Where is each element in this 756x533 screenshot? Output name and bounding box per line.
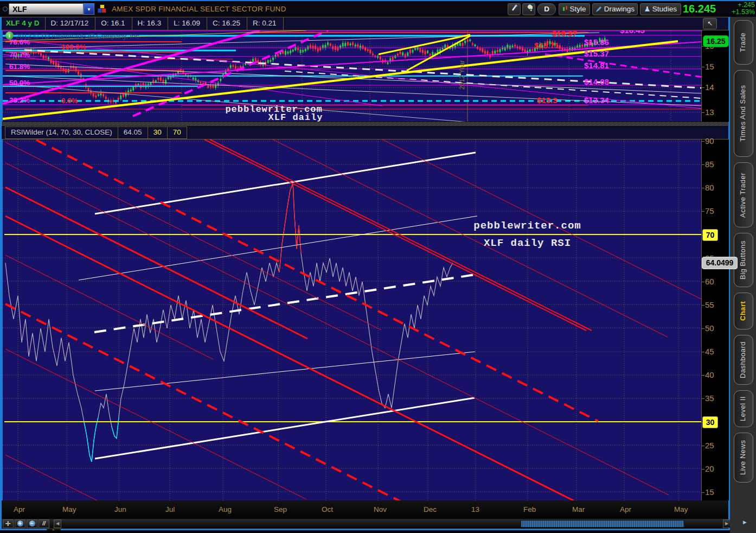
pan-tool-button[interactable]: ✛ <box>3 519 14 528</box>
rsi-axis-label: 25 <box>705 441 714 450</box>
price-axis-label: 14 <box>705 83 714 92</box>
time-axis[interactable]: AprMayJunJulAugSepOctNovDec13FebMarAprMa… <box>2 500 728 519</box>
ohlc-cell: L: 16.09 <box>168 17 207 30</box>
link-square-red <box>101 8 106 13</box>
fib-level-label: 70.7% <box>9 50 30 59</box>
rsi-study-value: 64.05 <box>118 126 148 139</box>
rsi-axis-label: 45 <box>705 347 714 356</box>
sidebar-tab-times-and-sales[interactable]: Times And Sales <box>734 70 753 157</box>
scroll-left-button[interactable]: ◀ <box>54 519 61 528</box>
fib-level-label: 38.2% <box>9 96 30 104</box>
zoom-in-button[interactable]: + <box>15 519 25 528</box>
candlestick-icon <box>563 6 568 12</box>
symbol-input[interactable]: XLF <box>9 3 84 15</box>
link-color-icon[interactable] <box>98 4 107 14</box>
month-label: 13 <box>471 505 479 513</box>
studies-button[interactable]: Studies <box>640 3 681 15</box>
month-label: May <box>674 505 688 513</box>
zoom-out-icon: − <box>29 521 35 526</box>
rsi-axis-label: 90 <box>705 136 714 145</box>
settings-button[interactable] <box>522 3 535 15</box>
fib-level-label: 100.0% <box>61 43 86 51</box>
quick-chart-button[interactable] <box>508 3 521 15</box>
price-level-label: $15.71 <box>534 41 559 50</box>
scroll-right-button[interactable]: ▶ <box>723 519 731 528</box>
price-axis-label: 13 <box>705 107 714 117</box>
symbol-dropdown-button[interactable]: ▼ <box>84 3 94 15</box>
ohlc-cell: H: 16.3 <box>132 17 169 30</box>
studies-button-label: Studies <box>652 5 677 13</box>
rsi-axis-label: 75 <box>705 206 714 215</box>
ohlc-cell: O: 16.1 <box>95 17 132 30</box>
rsi-chart-panel[interactable]: pebblewriter.com XLF daily RSI <box>2 139 702 500</box>
sidebar-tab-active-trader[interactable]: Active Trader <box>734 162 753 227</box>
dropper-icon <box>510 4 518 11</box>
sidebar-tab-dashboard[interactable]: Dashboard <box>734 335 753 385</box>
ohlc-cell: C: 16.25 <box>207 17 247 30</box>
price-level-label: $16.45 <box>620 30 645 35</box>
rsi-study-header: RSIWilder (14, 70, 30, CLOSE) 64.05 30 7… <box>2 126 728 139</box>
bottom-toolbar: ✛ + − // ◀ ▶ ◀▶ <box>2 519 728 529</box>
sidebar-tab-trade[interactable]: Trade <box>734 20 753 65</box>
month-label: Jun <box>114 505 126 513</box>
rsi-overbought-badge: 70 <box>702 229 718 241</box>
drawing-tool-button[interactable]: // <box>39 519 49 528</box>
sidebar-collapse-arrow[interactable]: ▶ <box>743 519 747 525</box>
rsi-axis-label: 40 <box>705 370 714 379</box>
thinkorswim-chart-window: XLF ▼ AMEX SPDR FINANCIAL SELECT SECTOR … <box>0 0 756 533</box>
price-chart-panel[interactable]: i 2012 © TD Ameritrade IP Company, Inc. … <box>2 30 702 122</box>
zoom-in-icon: + <box>17 521 23 526</box>
rsi-study-name[interactable]: RSIWilder (14, 70, 30, CLOSE) <box>5 126 118 139</box>
month-label: Sep <box>274 505 287 513</box>
price-level-label: $15.37 <box>584 49 609 58</box>
watermark-chart-name: XLF daily <box>203 112 388 122</box>
sidebar-tab-level-ii[interactable]: Level II <box>734 390 753 427</box>
style-button[interactable]: Style <box>559 3 590 15</box>
month-label: Jul <box>165 505 175 513</box>
pencil-icon <box>595 6 602 12</box>
style-button-label: Style <box>569 5 586 13</box>
price-level-label: $13.34 <box>584 96 609 105</box>
price-level-label: $15.86 <box>584 37 609 47</box>
copyright-text: 2012 © TD Ameritrade IP Company, Inc. <box>16 32 141 40</box>
wrench-icon <box>525 4 533 11</box>
timeframe-button[interactable]: D <box>537 3 556 15</box>
horizontal-scrollbar[interactable] <box>521 520 684 528</box>
pointer-tool-button[interactable]: ↖ <box>703 18 717 29</box>
month-label: Apr <box>620 505 631 513</box>
price-axis[interactable]: 16151413 16.25 <box>701 30 729 122</box>
month-label: Nov <box>374 505 387 513</box>
rsi-axis-label: 15 <box>705 487 714 497</box>
last-price: 16.245 <box>683 3 716 15</box>
zoom-out-button[interactable]: − <box>27 519 37 528</box>
panel-divider[interactable] <box>2 122 728 126</box>
fib-level-label: 61.8% <box>9 62 30 71</box>
ohlc-cell: R: 0.21 <box>247 17 284 30</box>
price-axis-label: 15 <box>705 62 714 71</box>
rsi-watermark-site: pebblewriter.com <box>464 220 591 232</box>
last-price-badge: 16.25 <box>703 35 729 47</box>
price-level-label: $14.08 <box>584 77 609 86</box>
rsi-value-badge: 64.0499 <box>702 257 738 269</box>
year-marker-label: 2012 Year <box>458 60 466 90</box>
rsi-axis[interactable]: 90858075706560555045403530252015 70 30 6… <box>701 139 729 500</box>
fib-level-label: 78.6% <box>9 38 30 46</box>
month-label: Oct <box>322 505 333 513</box>
sidebar-tab-live-news[interactable]: Live News <box>734 433 753 483</box>
rsi-axis-label: 60 <box>705 277 714 286</box>
bottom-strip <box>0 530 756 533</box>
window-bullet-icon <box>3 7 8 11</box>
month-label: Aug <box>219 505 232 513</box>
drawings-button-label: Drawings <box>604 5 635 13</box>
instrument-title: AMEX SPDR FINANCIAL SELECT SECTOR FUND <box>112 5 286 13</box>
series-label: XLF 4 y D <box>2 17 46 30</box>
sidebar-tab-chart[interactable]: Chart <box>734 293 753 329</box>
drawings-button[interactable]: Drawings <box>592 3 638 15</box>
month-label: Dec <box>424 505 437 513</box>
month-label: Apr <box>14 505 25 513</box>
rsi-watermark-chart-name: XLF daily RSI <box>464 237 591 249</box>
gadget-sidebar: TradeTimes And SalesActive TraderBig But… <box>730 17 756 533</box>
rsi-axis-label: 50 <box>705 323 714 333</box>
rsi-chart-canvas <box>3 139 702 500</box>
price-change-percent: +1.53% <box>725 9 755 16</box>
